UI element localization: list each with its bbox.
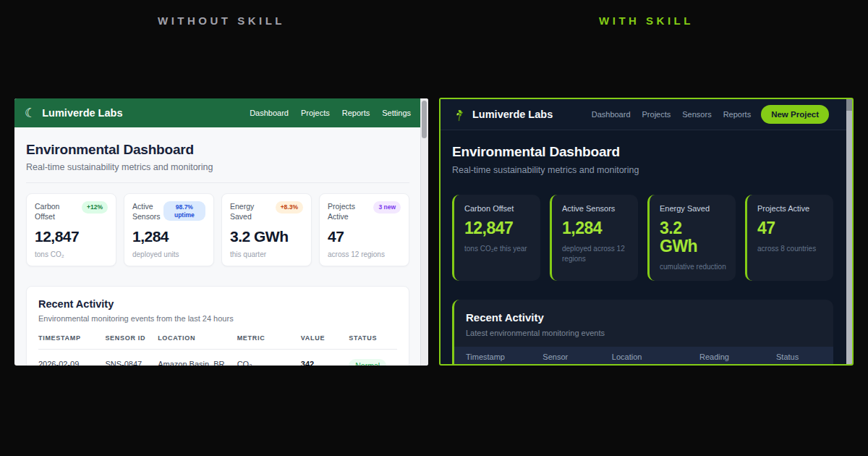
stat-sub: deployed across 12 regions xyxy=(562,244,631,264)
nav-item-projects[interactable]: Projects xyxy=(642,110,671,119)
stat-label: Carbon Offset xyxy=(35,201,73,221)
stat-label: Projects Active xyxy=(757,204,826,213)
stat-sub: across 8 countries xyxy=(757,244,826,254)
col-timestamp: TIMESTAMP xyxy=(38,334,105,349)
cell-value: 342 xyxy=(301,349,349,366)
cell-timestamp: 2026-02-09 14:32 xyxy=(38,349,105,366)
stat-card-energy-saved: Energy Saved +8.3% 3.2 GWh this quarter xyxy=(221,193,312,266)
activity-subtitle: Latest environmental monitoring events xyxy=(454,329,833,337)
col-status: STATUS xyxy=(349,334,397,349)
brand-name: Lumiverde Labs xyxy=(472,109,553,120)
nav-item-settings[interactable]: Settings xyxy=(382,109,411,117)
stat-sub: cumulative reduction xyxy=(660,262,728,272)
stat-card-carbon-offset: Carbon Offset +12% 12,847 tons CO₂ xyxy=(26,193,116,266)
leaf-icon xyxy=(452,108,466,122)
col-reading: Reading xyxy=(695,347,772,366)
vertical-scrollbar[interactable] xyxy=(846,99,852,364)
page-body: Environmental Dashboard Real-time sustai… xyxy=(441,130,852,366)
col-sensor-id: SENSOR ID xyxy=(105,334,158,349)
col-metric: METRIC xyxy=(237,334,301,349)
stat-badge: 3 new xyxy=(373,201,401,214)
stat-card-carbon-offset: Carbon Offset 12,847 tons CO₂e this year xyxy=(452,195,540,281)
comparison-canvas: WITHOUT SKILL WITH SKILL ☾ Lumiverde Lab… xyxy=(0,0,868,456)
col-value: VALUE xyxy=(301,334,349,349)
col-location: Location xyxy=(608,347,695,366)
stat-label: Active Sensors xyxy=(132,201,163,221)
stat-label: Energy Saved xyxy=(660,204,728,213)
col-sensor: Sensor xyxy=(538,347,608,366)
stat-sub: deployed units xyxy=(132,250,205,258)
cell-sensor-id: SNS-0847 xyxy=(105,349,158,366)
col-location: LOCATION xyxy=(158,334,237,349)
stat-badge: 98.7% uptime xyxy=(163,201,205,221)
stat-card-projects-active: Projects Active 3 new 47 across 12 regio… xyxy=(319,193,409,266)
cell-metric: CO₂ Absorption xyxy=(237,349,301,366)
page-title: Environmental Dashboard xyxy=(26,142,409,158)
stat-sub: this quarter xyxy=(230,250,303,258)
stat-value: 1,284 xyxy=(132,228,205,245)
activity-table: Timestamp Sensor Location Reading Status… xyxy=(454,347,833,366)
stat-label: Projects Active xyxy=(328,201,366,221)
stat-cards: Carbon Offset +12% 12,847 tons CO₂ Activ… xyxy=(26,193,409,266)
table-header-row: Timestamp Sensor Location Reading Status xyxy=(454,347,833,366)
table-header-row: TIMESTAMP SENSOR ID LOCATION METRIC VALU… xyxy=(38,334,397,349)
nav-item-reports[interactable]: Reports xyxy=(342,109,370,117)
recent-activity-card: Recent Activity Latest environmental mon… xyxy=(452,300,833,366)
stat-label: Energy Saved xyxy=(230,201,268,221)
nav-item-reports[interactable]: Reports xyxy=(723,110,752,119)
nav-item-dashboard[interactable]: Dashboard xyxy=(592,110,631,119)
new-project-button[interactable]: New Project xyxy=(761,105,829,124)
stat-card-active-sensors: Active Sensors 98.7% uptime 1,284 deploy… xyxy=(124,193,214,266)
cell-status: Normal xyxy=(349,349,397,366)
app-header: ☾ Lumiverde Labs Dashboard Projects Repo… xyxy=(14,98,421,127)
without-skill-panel: ☾ Lumiverde Labs Dashboard Projects Repo… xyxy=(14,98,428,366)
stat-cards: Carbon Offset 12,847 tons CO₂e this year… xyxy=(452,195,833,281)
stat-value: 47 xyxy=(328,228,401,245)
stat-sub: tons CO₂e this year xyxy=(464,244,533,254)
nav-item-projects[interactable]: Projects xyxy=(301,109,330,117)
without-skill-label: WITHOUT SKILL xyxy=(14,14,428,27)
with-skill-label: WITH SKILL xyxy=(439,14,854,27)
col-timestamp: Timestamp xyxy=(454,347,538,366)
stat-value: 12,847 xyxy=(35,228,108,245)
with-skill-panel: Lumiverde Labs Dashboard Projects Sensor… xyxy=(439,98,854,366)
nav-item-dashboard[interactable]: Dashboard xyxy=(250,109,289,117)
page-subtitle: Real-time sustainability metrics and mon… xyxy=(452,165,833,175)
stat-label: Active Sensors xyxy=(562,204,631,213)
main-nav: Dashboard Projects Sensors Reports xyxy=(592,110,751,119)
activity-title: Recent Activity xyxy=(454,311,833,324)
vertical-scrollbar[interactable] xyxy=(420,98,428,366)
stat-value: 3.2 GWh xyxy=(660,219,703,256)
nav-item-sensors[interactable]: Sensors xyxy=(682,110,711,119)
stat-sub: tons CO₂ xyxy=(35,250,108,258)
cell-location: Amazon Basin, BR xyxy=(158,349,237,366)
stat-card-active-sensors: Active Sensors 1,284 deployed across 12 … xyxy=(550,195,638,281)
stat-value: 1,284 xyxy=(562,219,631,237)
moon-icon: ☾ xyxy=(25,107,35,119)
stat-badge: +8.3% xyxy=(276,201,303,214)
table-row[interactable]: 2026-02-09 14:32 SNS-0847 Amazon Basin, … xyxy=(38,349,397,366)
page-body: Environmental Dashboard Real-time sustai… xyxy=(14,127,428,366)
activity-table: TIMESTAMP SENSOR ID LOCATION METRIC VALU… xyxy=(38,334,397,366)
stat-value: 12,847 xyxy=(464,219,533,237)
stat-label: Carbon Offset xyxy=(464,204,533,213)
stat-value: 3.2 GWh xyxy=(230,228,303,245)
stat-sub: across 12 regions xyxy=(328,250,401,258)
col-status: Status xyxy=(772,347,833,366)
brand-name: Lumiverde Labs xyxy=(42,107,122,119)
activity-subtitle: Environmental monitoring events from the… xyxy=(38,314,397,323)
page-title: Environmental Dashboard xyxy=(452,144,833,160)
main-nav: Dashboard Projects Reports Settings xyxy=(250,109,411,117)
page-subtitle: Real-time sustainability metrics and mon… xyxy=(26,162,409,183)
stat-badge: +12% xyxy=(82,201,108,214)
status-badge: Normal xyxy=(349,359,386,366)
stat-value: 47 xyxy=(757,219,826,237)
scrollbar-thumb[interactable] xyxy=(422,101,427,138)
recent-activity-card: Recent Activity Environmental monitoring… xyxy=(26,286,409,366)
stat-card-projects-active: Projects Active 47 across 8 countries xyxy=(745,195,833,281)
app-header: Lumiverde Labs Dashboard Projects Sensor… xyxy=(441,99,846,130)
scrollbar-thumb[interactable] xyxy=(846,99,852,111)
stat-card-energy-saved: Energy Saved 3.2 GWh cumulative reductio… xyxy=(647,195,736,281)
activity-title: Recent Activity xyxy=(38,298,397,310)
